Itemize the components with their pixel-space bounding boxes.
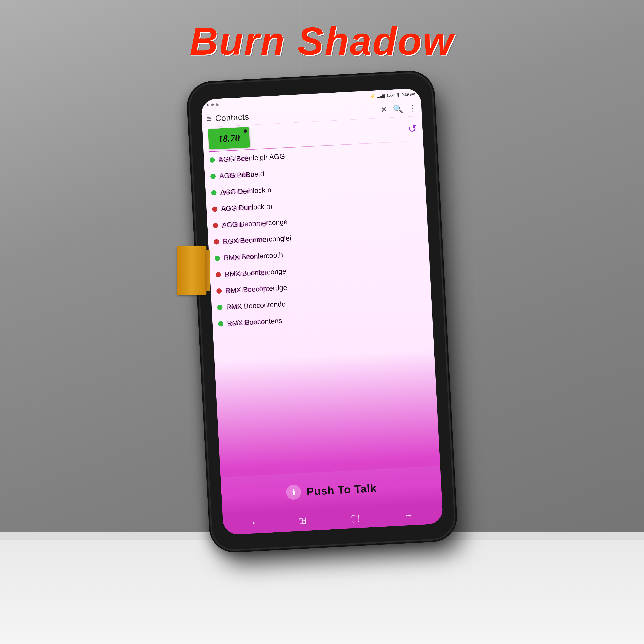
contact-name: AGG Beenleigh AGG — [218, 152, 285, 164]
status-icon-3: ◉ — [216, 102, 219, 107]
status-dot — [215, 255, 220, 261]
nav-dot-icon[interactable]: • — [252, 519, 255, 527]
page-title: Burn Shadow — [190, 19, 454, 64]
more-icon[interactable]: ⋮ — [408, 103, 417, 113]
contact-name: RGX Beonmerconglei — [222, 234, 291, 246]
contact-name: RMX Booconterdge — [225, 283, 287, 295]
time-display: 9:39 pm — [402, 92, 415, 97]
history-icon[interactable]: ↺ — [408, 122, 417, 135]
status-dot — [216, 288, 222, 294]
status-dot — [212, 206, 217, 212]
status-dot — [214, 239, 219, 244]
contact-name: AGG Demlock n — [220, 186, 272, 196]
status-dot — [211, 190, 217, 195]
contact-list: AGG Beenleigh AGG Beenleigh AGG BuBbe.d … — [203, 141, 440, 477]
nav-back-icon[interactable]: ← — [403, 509, 413, 521]
status-dot — [209, 157, 215, 163]
info-icon: ℹ — [292, 488, 295, 497]
status-dot — [213, 223, 218, 228]
search-icon[interactable]: 🔍 — [393, 104, 403, 114]
status-dot — [215, 272, 221, 277]
battery-percent: 100% — [386, 93, 396, 98]
contact-name: RMX Beonlercooth — [223, 251, 283, 262]
nav-grid-icon[interactable]: ⊞ — [298, 515, 307, 526]
menu-icon[interactable]: ≡ — [206, 113, 212, 124]
contact-name: RMX Boocontens — [227, 317, 282, 327]
price-value: 18.70 — [218, 132, 240, 144]
price-tag: 18.70 — [208, 127, 250, 149]
contact-name: RMX Boonterconge — [224, 267, 286, 278]
nav-home-icon[interactable]: ▢ — [350, 512, 360, 524]
contact-name: RMX Boocontendo — [226, 300, 286, 311]
battery-icon: ▌ — [397, 93, 400, 97]
push-to-talk-label: Push To Talk — [306, 482, 377, 498]
contact-name: AGG BuBbe.d — [219, 170, 264, 180]
status-dot — [217, 305, 222, 310]
contact-name: AGG Dunlock m — [221, 202, 272, 213]
contact-name: AGG Beonmerconge — [222, 218, 288, 229]
status-dot — [210, 174, 216, 179]
ptt-info-icon: ℹ — [286, 484, 301, 500]
close-icon[interactable]: ✕ — [380, 105, 388, 114]
bluetooth-icon: ⚡ — [370, 94, 375, 99]
ribbon-cable — [177, 246, 206, 295]
signal-bars: ▂▄▆ — [377, 93, 385, 98]
status-icon-2: ⊕ — [211, 102, 214, 107]
status-icon-1: ● — [207, 103, 209, 107]
status-dot — [218, 321, 223, 326]
